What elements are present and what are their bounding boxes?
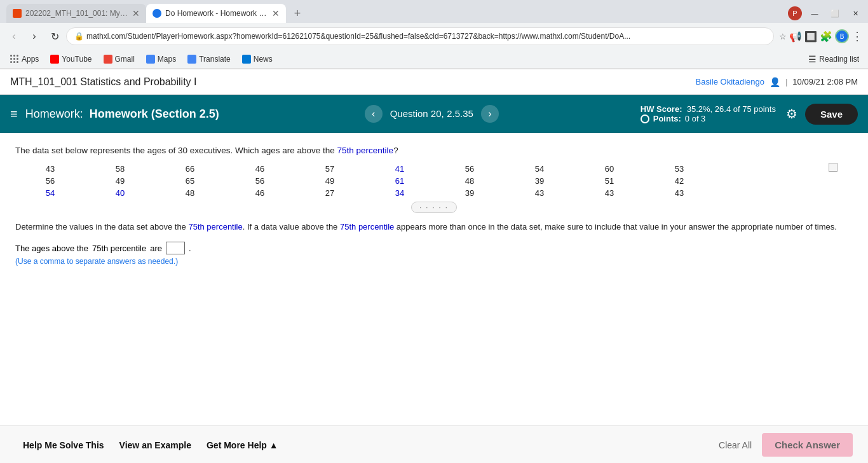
main-content: The data set below represents the ages o… [0,133,868,425]
forward-button[interactable]: › [25,27,43,45]
maximize-button[interactable]: ⬜ [827,6,843,21]
bookmark-maps[interactable]: Maps [141,53,181,65]
new-tab-button[interactable]: + [288,4,306,22]
course-title: MTH_101_001 Statistics and Probability I [10,76,196,88]
megaphone-icon: 📢 [789,31,802,43]
tab-2[interactable]: Do Homework - Homework (Sec... ✕ [146,4,286,23]
help-solve-button[interactable]: Help Me Solve This [15,435,112,455]
answer-are: are [150,244,162,253]
hw-score: HW Score: 35.2%, 26.4 of 75 points Point… [641,104,776,123]
cell-r1-c3: 66 [155,163,225,175]
page-content: MTH_101_001 Statistics and Probability I… [0,69,868,463]
browser-chrome: 202202_MTH_101_001: MyLab St... ✕ Do Hom… [0,0,868,69]
news-label: News [254,55,273,64]
gmail-label: Gmail [115,55,135,64]
expand-dots: · · · · · [15,199,853,216]
bookmark-gmail[interactable]: Gmail [98,53,140,65]
bookmark-news[interactable]: News [237,53,278,65]
address-text: mathxl.com/Student/PlayerHomework.aspx?h… [86,32,630,41]
expand-handle[interactable]: · · · · · [411,202,457,213]
clear-all-button[interactable]: Clear All [719,440,752,450]
extension-icon-1[interactable]: 🔲 [804,31,817,43]
hw-navigation: ‹ Question 20, 2.5.35 › [365,105,499,123]
cell-r3-c3: 48 [155,187,225,199]
percentile-highlight: 75th percentile [337,146,394,155]
prev-question-button[interactable]: ‹ [365,105,383,123]
data-table: 43 58 66 46 57 41 56 54 60 53 56 49 65 5… [15,163,853,216]
reading-list-button[interactable]: ☰ Reading list [804,53,863,66]
apps-label: Apps [22,55,39,64]
check-answer-button[interactable]: Check Answer [762,433,853,457]
settings-button[interactable]: ⚙ [786,106,797,121]
cell-r3-c1: 54 [15,187,85,199]
cell-r1-c9: 60 [574,163,644,175]
nav-bar: ‹ › ↻ 🔒 mathxl.com/Student/PlayerHomewor… [0,23,868,50]
data-row-2: 56 49 65 56 49 61 48 39 51 42 [15,175,853,187]
hw-menu-button[interactable]: ≡ [10,107,18,121]
top-header: MTH_101_001 Statistics and Probability I… [0,69,868,95]
cell-r1-c4: 46 [225,163,295,175]
cell-r1-c10: 53 [644,163,714,175]
next-question-button[interactable]: › [481,105,499,123]
cell-r3-c2: 40 [85,187,155,199]
answer-input[interactable] [166,242,185,254]
profile-icon: P [788,6,802,20]
cell-r2-c7: 48 [435,175,505,187]
cell-r1-c2: 58 [85,163,155,175]
cell-r1-c6: 41 [365,163,435,175]
profile-avatar[interactable]: B [835,29,849,43]
bookmark-star-icon[interactable]: ☆ [779,32,787,41]
cell-r3-c9: 43 [574,187,644,199]
view-example-button[interactable]: View an Example [112,435,199,455]
cell-r2-c3: 65 [155,175,225,187]
date-time: 10/09/21 2:08 PM [792,77,858,86]
cell-r2-c10: 42 [644,175,714,187]
gmail-favicon [104,55,112,64]
cell-r1-c7: 56 [435,163,505,175]
close-button[interactable]: ✕ [848,6,863,21]
data-row-1: 43 58 66 46 57 41 56 54 60 53 [15,163,853,175]
save-button[interactable]: Save [805,104,858,125]
bookmark-translate[interactable]: Translate [182,53,236,65]
cell-r2-c5: 49 [295,175,365,187]
youtube-favicon [50,55,59,64]
maps-favicon [146,55,155,64]
reading-list-label: Reading list [819,55,859,64]
hw-label: Homework: Homework (Section 2.5) [25,107,219,121]
bottom-bar: Help Me Solve This View an Example Get M… [0,425,868,463]
cell-r3-c6: 34 [365,187,435,199]
bookmark-apps[interactable]: Apps [5,53,44,65]
cell-r2-c6: 61 [365,175,435,187]
minimize-button[interactable]: — [807,6,822,21]
refresh-button[interactable]: ↻ [46,27,64,45]
tab-1-title: 202202_MTH_101_001: MyLab St... [25,9,128,18]
back-button[interactable]: ‹ [5,27,23,45]
hw-header: ≡ Homework: Homework (Section 2.5) ‹ Que… [0,95,868,133]
answer-note: (Use a comma to separate answers as need… [15,257,853,266]
cell-r2-c1: 56 [15,175,85,187]
bookmark-youtube[interactable]: YouTube [45,53,97,65]
apps-grid-icon [10,55,19,64]
cell-r1-c8: 54 [505,163,574,175]
answer-percentile: 75th percentile [92,244,146,253]
youtube-label: YouTube [62,55,92,64]
tab-1-favicon [13,9,22,18]
tab-1[interactable]: 202202_MTH_101_001: MyLab St... ✕ [6,4,146,23]
cell-r3-c7: 39 [435,187,505,199]
cell-r1-c1: 43 [15,163,85,175]
extension-icon-2[interactable]: 🧩 [820,31,832,43]
get-more-help-button[interactable]: Get More Help ▲ [199,435,286,455]
menu-button[interactable]: ⋮ [851,29,863,43]
question-label: Question 20, 2.5.35 [390,108,473,120]
question-text: The data set below represents the ages o… [15,146,853,155]
tab-2-favicon [153,9,161,18]
instruction-75th: 75th percentile [188,222,242,232]
tab-2-close[interactable]: ✕ [272,9,280,18]
instruction-75th-2: 75th percentile [340,222,394,232]
address-bar[interactable]: 🔒 mathxl.com/Student/PlayerHomework.aspx… [66,27,774,45]
tab-1-close[interactable]: ✕ [132,9,140,18]
cell-r2-c4: 56 [225,175,295,187]
user-name: Basile Okitadiengo [696,77,764,86]
score-label: HW Score: 35.2%, 26.4 of 75 points [641,104,776,114]
translate-label: Translate [199,55,231,64]
